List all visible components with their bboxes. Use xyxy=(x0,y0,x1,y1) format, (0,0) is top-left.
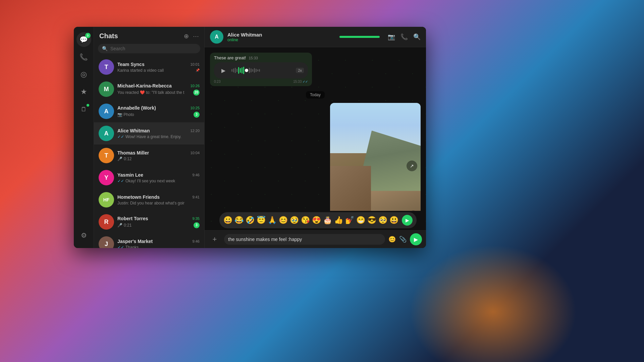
emoji-thumbsup[interactable]: 👍 xyxy=(334,216,343,225)
avatar-robert-torres: R xyxy=(99,214,114,230)
unread-badge: 3 xyxy=(194,112,200,118)
voice-message: These are great! 15:33 ▶ xyxy=(210,53,312,86)
sidebar-item-status[interactable]: ◎ xyxy=(76,67,91,82)
waveform-bar xyxy=(249,68,250,73)
chat-time: 9:46 xyxy=(193,173,200,177)
header-icons: ⊕ ⋯ xyxy=(184,33,199,40)
chats-badge: 3 xyxy=(85,33,91,38)
chat-preview: 🎤 0:21 xyxy=(117,223,131,228)
emoji-grin[interactable]: 😀 xyxy=(223,216,232,225)
emoji-beaming[interactable]: 😃 xyxy=(389,216,398,225)
clip-icon[interactable]: 📎 xyxy=(399,236,407,243)
archived-badge xyxy=(87,104,89,107)
emoji-send-button[interactable]: ▶ xyxy=(402,215,413,226)
message-time-inline: 15:33 xyxy=(249,56,258,60)
avatar-team-syncs: T xyxy=(99,59,114,75)
chat-item-annabelle[interactable]: A Annabelle (Work) 10:25 📷 Photo 3 xyxy=(94,100,204,122)
emoji-cool[interactable]: 😎 xyxy=(367,216,376,225)
chat-item-hometown-friends[interactable]: HF Hometown Friends 9:41 Justin: Did you… xyxy=(94,189,204,211)
photo-message: So beautiful here! 15:06 ↗ ⬇ ❤️ xyxy=(330,103,421,211)
emoji-angel[interactable]: 😇 xyxy=(257,216,266,225)
chat-time: 9:41 xyxy=(193,195,200,199)
photo-image[interactable] xyxy=(330,103,421,211)
emoji-cake[interactable]: 🎂 xyxy=(323,216,332,225)
waveform-bar xyxy=(241,67,243,73)
settings-icon: ⚙ xyxy=(81,231,87,239)
chat-name: Robert Torres xyxy=(117,216,148,221)
emoji-pleading[interactable]: 🥺 xyxy=(378,216,387,225)
chat-info-robert-torres: Robert Torres 9:35 🎤 0:21 3 xyxy=(117,216,200,228)
send-button[interactable]: ▶ xyxy=(410,233,422,245)
chat-name: Alice Whitman xyxy=(117,128,150,133)
chat-item-thomas-miller[interactable]: T Thomas Miller 10:04 🎤 0:12 xyxy=(94,144,204,167)
chat-info-annabelle: Annabelle (Work) 10:25 📷 Photo 3 xyxy=(117,105,200,118)
emoji-rofl[interactable]: 🤣 xyxy=(246,216,255,225)
sidebar-item-archived[interactable]: 🗒 xyxy=(76,102,91,117)
play-button[interactable]: ▶ xyxy=(218,65,229,76)
waveform-bar xyxy=(231,69,232,72)
new-chat-icon[interactable]: ⊕ xyxy=(184,33,189,40)
sidebar-item-calls[interactable]: 📞 xyxy=(76,50,91,64)
speed-badge[interactable]: 2x xyxy=(296,68,304,73)
emoji-holding-back[interactable]: 🥹 xyxy=(290,216,299,225)
waveform xyxy=(231,65,293,75)
chat-time: 10:04 xyxy=(190,151,200,155)
send-arrow-icon: ▶ xyxy=(406,218,409,223)
waveform-bar xyxy=(252,69,253,72)
emoji-pray[interactable]: 🙏 xyxy=(268,216,277,225)
chat-header-avatar[interactable]: A xyxy=(210,30,223,44)
sidebar-item-starred[interactable]: ★ xyxy=(76,84,91,99)
chat-info-yasmin-lee: Yasmin Lee 9:46 ✓✓ Okay! I'll see you ne… xyxy=(117,172,200,183)
video-call-icon[interactable]: 📷 xyxy=(388,33,395,41)
chat-preview: ✓✓ Thanks xyxy=(117,245,139,248)
emoji-laugh[interactable]: 😂 xyxy=(234,216,244,225)
emoji-picker: 😀 😂 🤣 😇 🙏 😊 🥹 😘 😍 🎂 👍 💅 😁 😎 🥺 😃 ▶ xyxy=(219,212,417,228)
chat-item-alice-whitman[interactable]: A Alice Whitman 12:20 ✓✓ Wow! Have a gre… xyxy=(94,122,204,144)
waveform-bar xyxy=(259,69,260,72)
waveform-bar xyxy=(243,67,244,74)
forward-button[interactable]: ↗ xyxy=(407,161,417,171)
chat-name: Annabelle (Work) xyxy=(117,105,156,111)
photo-container: So beautiful here! 15:06 ↗ ⬇ xyxy=(330,103,421,211)
chat-item-michael-karina[interactable]: M Michael-Karina-Rebecca 10:26 You react… xyxy=(94,78,204,100)
chat-info-hometown-friends: Hometown Friends 9:41 Justin: Did you he… xyxy=(117,194,200,205)
emoji-nails[interactable]: 💅 xyxy=(345,216,354,225)
menu-icon[interactable]: ⋯ xyxy=(193,33,199,40)
voice-call-icon[interactable]: 📞 xyxy=(400,33,408,41)
chat-name: Thomas Miller xyxy=(117,150,149,156)
waveform-bar xyxy=(257,69,258,71)
chat-preview: 🎤 0:12 xyxy=(117,157,131,161)
avatar-michael-karina: M xyxy=(99,81,114,97)
avatar-alice-whitman: A xyxy=(99,126,114,141)
waveform-bar xyxy=(238,67,239,74)
chat-item-robert-torres[interactable]: R Robert Torres 9:35 🎤 0:21 3 xyxy=(94,211,204,233)
chat-item-jaspers-market[interactable]: J Jasper's Market 9:46 ✓✓ Thanks xyxy=(94,233,204,248)
rock-left xyxy=(330,166,371,211)
chat-header-name: Alice Whitman xyxy=(227,32,335,38)
messages-area: These are great! 15:33 ▶ xyxy=(205,47,426,211)
voice-player: ▶ xyxy=(214,62,308,78)
emoji-keyboard-icon[interactable]: 😊 xyxy=(388,236,396,243)
sidebar-item-settings[interactable]: ⚙ xyxy=(76,228,91,243)
chat-info-thomas-miller: Thomas Miller 10:04 🎤 0:12 xyxy=(117,150,200,161)
chat-name: Jasper's Market xyxy=(117,239,153,244)
input-icons: 😊 📎 xyxy=(388,236,407,243)
chat-item-team-syncs[interactable]: T Team Syncs 10:01 Karina started a vide… xyxy=(94,56,204,78)
emoji-smile[interactable]: 😊 xyxy=(279,216,288,225)
sidebar-item-chats[interactable]: 💬 3 xyxy=(76,32,91,47)
add-attachment-button[interactable]: + xyxy=(209,233,221,245)
chat-item-yasmin-lee[interactable]: Y Yasmin Lee 9:46 ✓✓ Okay! I'll see you … xyxy=(94,167,204,189)
emoji-kiss[interactable]: 😘 xyxy=(301,216,310,225)
emoji-heart-eyes[interactable]: 😍 xyxy=(312,216,321,225)
chat-time: 10:01 xyxy=(190,62,200,66)
chat-preview: 📷 Photo xyxy=(117,112,134,117)
search-chat-icon[interactable]: 🔍 xyxy=(413,33,421,41)
voice-duration: 0:23 xyxy=(214,80,220,83)
search-input[interactable] xyxy=(110,46,196,51)
message-input[interactable] xyxy=(224,234,385,245)
voice-bottom: 0:23 15:33 ✓✓ xyxy=(214,80,308,83)
chat-header-status: online xyxy=(227,38,335,42)
chat-info-team-syncs: Team Syncs 10:01 Karina started a video … xyxy=(117,62,200,73)
emoji-grin2[interactable]: 😁 xyxy=(356,216,365,225)
avatar-thomas-miller: T xyxy=(99,148,114,163)
